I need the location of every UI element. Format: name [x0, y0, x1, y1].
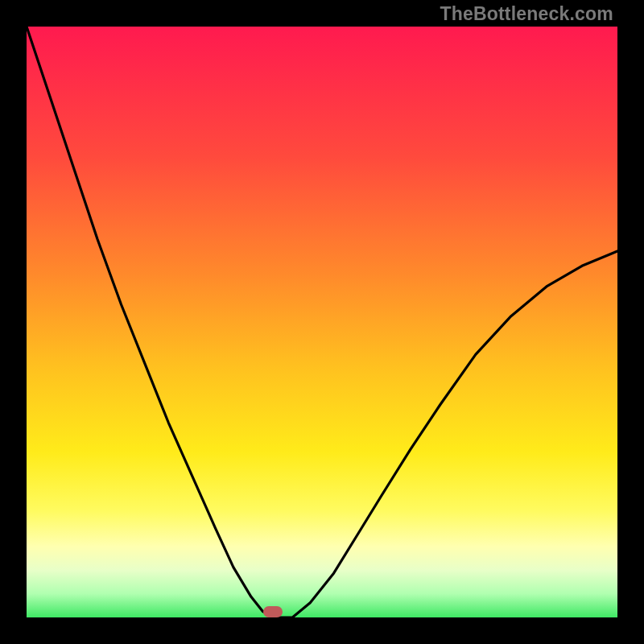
- bottleneck-marker: [263, 606, 283, 617]
- bottleneck-curve: [27, 27, 617, 617]
- watermark-text: TheBottleneck.com: [440, 3, 613, 25]
- chart-frame: TheBottleneck.com: [0, 0, 644, 644]
- curve-layer: [27, 27, 617, 617]
